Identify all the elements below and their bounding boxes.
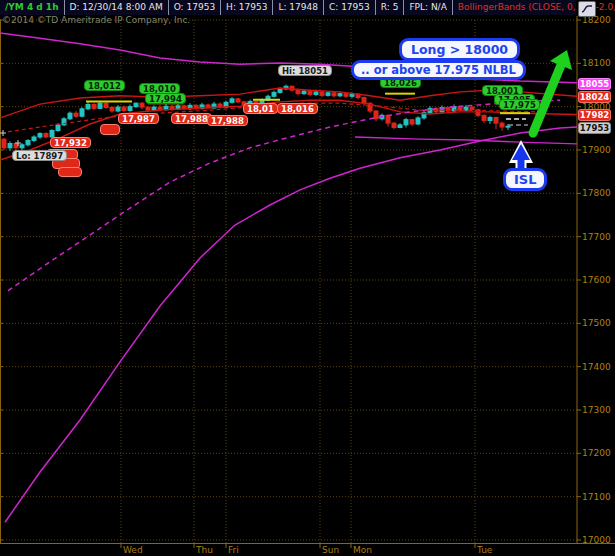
gray-price-bubble: Lo: 17897	[12, 150, 67, 161]
red-price-bubble: 17,988	[207, 115, 248, 126]
y-axis-label-18100: 18100	[582, 58, 615, 68]
annotation-isl-label[interactable]: ISL	[503, 168, 547, 191]
candle-body-up	[302, 91, 306, 94]
candle-body-up	[26, 140, 30, 144]
x-axis-label-mon: Mon	[353, 545, 372, 555]
candle-body-up	[68, 113, 72, 119]
candle-body-up	[272, 92, 276, 96]
axis-price-bubble-18055: 18055	[578, 78, 611, 90]
green-price-bubble: 17,975	[499, 99, 540, 110]
candle-body-up	[134, 103, 138, 106]
candle-body-up	[8, 144, 12, 148]
candle-body-down	[14, 144, 18, 148]
axis-price-bubble-18024: 18024	[578, 91, 611, 103]
candle-body-down	[308, 91, 312, 94]
bollinger-lower-band	[5, 127, 577, 522]
red-bubble-blob	[100, 124, 120, 135]
candle-body-down	[386, 115, 390, 123]
candle-body-down	[44, 134, 48, 137]
candle-body-up	[506, 126, 510, 127]
candle-body-down	[494, 118, 498, 124]
header-cell-open[interactable]: O: 17953	[169, 0, 221, 15]
green-price-bubble: 17,994	[145, 93, 186, 104]
candle-body-down	[146, 107, 150, 110]
candle-body-up	[152, 107, 156, 110]
x-axis-label-thu: Thu	[196, 545, 213, 555]
red-price-bubble: 17,932	[50, 137, 91, 148]
candle-body-down	[74, 113, 78, 116]
bollinger-midline-dashed	[8, 100, 560, 291]
green-price-bubble: 18,010	[139, 83, 180, 94]
candle-body-up	[416, 118, 420, 124]
header-cell-fpl[interactable]: FPL: N/A	[404, 0, 452, 15]
candle-body-up	[86, 105, 90, 109]
candle-body-down	[104, 103, 108, 107]
candle-body-up	[350, 94, 354, 96]
magenta-secondary-line	[355, 137, 577, 144]
y-axis-label-17600: 17600	[582, 275, 615, 285]
candle-body-down	[344, 94, 348, 97]
candle-body-up	[314, 92, 318, 95]
trading-chart-app: /YM 4 d 1hD: 12/30/14 8:00 AMO: 17953H: …	[0, 0, 615, 556]
curve-icon	[581, 4, 593, 14]
candle-body-up	[80, 109, 84, 116]
candle-body-down	[2, 139, 6, 148]
y-axis-label-17700: 17700	[582, 232, 615, 242]
candle-body-down	[296, 90, 300, 93]
candle-body-down	[92, 105, 96, 109]
copyright-watermark: ©2014 ©TD Ameritrade IP Company, Inc.	[2, 15, 190, 25]
candle-body-up	[326, 93, 330, 96]
gray-price-bubble: Hi: 18051	[278, 65, 332, 76]
candle-body-up	[20, 145, 24, 148]
candle-body-up	[404, 120, 408, 125]
candle-body-up	[488, 118, 492, 121]
y-axis-label-17900: 17900	[582, 145, 615, 155]
header-cell-range[interactable]: R: 5	[376, 0, 405, 15]
candle-body-down	[500, 123, 504, 127]
red-price-bubble: 17,987	[118, 113, 159, 124]
candle-body-up	[38, 134, 42, 137]
x-axis-label-fri: Fri	[228, 545, 239, 555]
header-cell-low[interactable]: L: 17948	[273, 0, 324, 15]
candle-body-up	[278, 89, 282, 92]
candle-body-up	[398, 125, 402, 128]
candle-body-down	[482, 115, 486, 120]
candle-body-up	[116, 107, 120, 111]
candle-body-up	[230, 99, 234, 102]
candle-body-down	[236, 99, 240, 102]
red-bubble-blob	[58, 167, 82, 177]
candle-body-down	[410, 120, 414, 124]
y-axis-label-17400: 17400	[582, 362, 615, 372]
candle-body-up	[128, 107, 132, 111]
candle-body-up	[98, 103, 102, 108]
annotation-long-entry[interactable]: Long > 18000	[399, 38, 520, 61]
header-cell-date[interactable]: D: 12/30/14 8:00 AM	[65, 0, 169, 15]
x-axis-label-tue: Tue	[477, 545, 492, 555]
axis-price-bubble-17982: 17982	[578, 109, 611, 121]
x-axis-label-sun: Sun	[322, 545, 339, 555]
header-cell-high[interactable]: H: 17953	[221, 0, 273, 15]
candle-body-down	[332, 93, 336, 96]
y-axis-label-17800: 17800	[582, 188, 615, 198]
chart-header-bar: /YM 4 d 1hD: 12/30/14 8:00 AMO: 17953H: …	[0, 0, 576, 15]
candle-body-down	[362, 98, 366, 104]
annotation-nlbl-note[interactable]: .. or above 17.975 NLBL	[351, 60, 526, 80]
candle-body-down	[320, 92, 324, 95]
red-price-bubble: 18,01	[243, 103, 278, 114]
candle-body-down	[392, 123, 396, 127]
x-axis-label-wed: Wed	[123, 545, 143, 555]
candle-body-down	[374, 111, 378, 119]
red-price-bubble: 17,988	[171, 113, 212, 124]
y-axis-label-17300: 17300	[582, 405, 615, 415]
isl-arrow-head[interactable]	[512, 144, 530, 160]
header-cell-close[interactable]: C: 17953	[324, 0, 376, 15]
y-axis-label-17200: 17200	[582, 448, 615, 458]
candle-body-down	[470, 107, 474, 110]
candle-body-down	[158, 107, 162, 110]
candle-body-down	[110, 108, 114, 111]
header-cell-symbol[interactable]: /YM 4 d 1h	[0, 0, 65, 15]
candle-body-up	[338, 94, 342, 96]
candle-body-down	[140, 103, 144, 107]
chart-style-icon[interactable]	[578, 1, 596, 17]
y-axis-label-17100: 17100	[582, 492, 615, 502]
